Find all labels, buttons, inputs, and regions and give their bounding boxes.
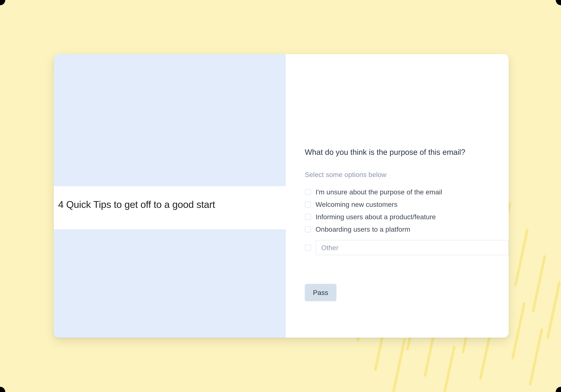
option-other-row bbox=[305, 240, 509, 255]
option-checkbox[interactable] bbox=[305, 214, 311, 220]
option-label: Informing users about a product/feature bbox=[316, 213, 436, 221]
other-input[interactable] bbox=[316, 240, 509, 255]
survey-options: I'm unsure about the purpose of the emai… bbox=[305, 188, 509, 255]
preview-title: 4 Quick Tips to get off to a good start bbox=[58, 199, 281, 210]
option-row: Informing users about a product/feature bbox=[305, 213, 509, 221]
option-label: Onboarding users to a platform bbox=[316, 225, 410, 233]
corner-decoration bbox=[0, 387, 5, 392]
option-label: Welcoming new customers bbox=[316, 200, 398, 208]
email-preview-pane: 4 Quick Tips to get off to a good start bbox=[54, 54, 286, 338]
corner-decoration bbox=[556, 387, 561, 392]
option-checkbox[interactable] bbox=[305, 201, 311, 207]
option-row: I'm unsure about the purpose of the emai… bbox=[305, 188, 509, 196]
pass-button[interactable]: Pass bbox=[305, 284, 336, 301]
option-row: Onboarding users to a platform bbox=[305, 225, 509, 233]
survey-card: 4 Quick Tips to get off to a good start … bbox=[54, 54, 509, 338]
survey-question: What do you think is the purpose of this… bbox=[305, 148, 509, 157]
option-checkbox[interactable] bbox=[305, 226, 311, 232]
corner-decoration bbox=[0, 0, 5, 5]
corner-decoration bbox=[556, 0, 561, 5]
preview-title-band: 4 Quick Tips to get off to a good start bbox=[54, 186, 286, 229]
preview-top-band bbox=[54, 54, 286, 186]
preview-bottom-band bbox=[54, 229, 286, 338]
survey-actions: Pass bbox=[305, 284, 509, 301]
survey-pane: What do you think is the purpose of this… bbox=[286, 54, 509, 338]
option-label: I'm unsure about the purpose of the emai… bbox=[316, 188, 442, 196]
survey-subtext: Select some options below bbox=[305, 171, 509, 179]
option-checkbox[interactable] bbox=[305, 189, 311, 195]
option-checkbox[interactable] bbox=[305, 245, 311, 251]
option-row: Welcoming new customers bbox=[305, 200, 509, 208]
